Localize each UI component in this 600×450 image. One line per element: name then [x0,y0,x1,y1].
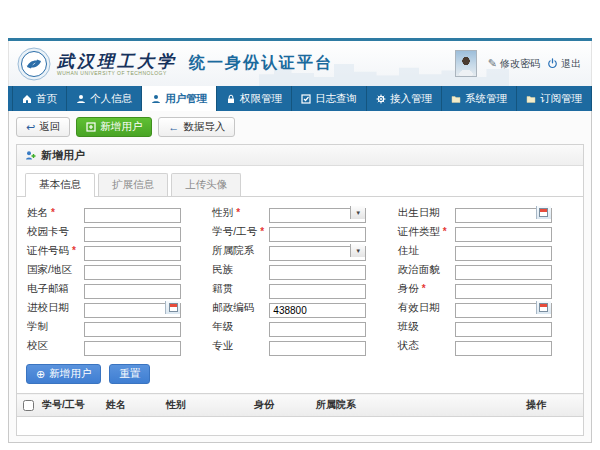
field-label: 校园卡号 [27,225,84,239]
user-avatar[interactable] [455,50,477,77]
form-field-id-type: 证件类型* [398,224,577,239]
nav-tab-label: 权限管理 [240,92,282,106]
form-field-email: 电子邮箱 [27,281,206,296]
postal-code-input[interactable] [269,303,366,318]
main-nav: 首页 个人信息 用户管理 权限管理 日志查询 接入管理 系统管理 订阅管理 [8,86,592,111]
folder-icon [526,94,536,104]
university-name-block: 武汉理工大学 WUHAN UNIVERSITY OF TECHNOLOGY [57,52,177,76]
field-label: 有效日期 [398,301,455,315]
field-label: 出生日期 [398,206,455,220]
nav-tab-access-management[interactable]: 接入管理 [367,86,442,111]
basic-info-form: 姓名* 性别* ▼ 出生日期 校园卡号 学号/工号* [17,197,583,357]
gear-icon [376,94,386,104]
panel-header: 新增用户 [17,145,583,166]
duration-input[interactable] [84,322,181,337]
dropdown-arrow-icon[interactable]: ▼ [350,206,365,219]
form-field-gender: 性别* ▼ [212,205,391,220]
nav-tab-label: 用户管理 [165,92,207,106]
platform-title: 统一身份认证平台 [189,53,333,74]
student-id-input[interactable] [269,227,366,242]
nav-tab-system-management[interactable]: 系统管理 [442,86,517,111]
country-region-input[interactable] [84,265,181,280]
field-label: 专业 [212,339,269,353]
form-field-political-status: 政治面貌 [398,262,577,277]
form-field-enroll-date: 进校日期 [27,300,206,315]
form-field-student-id: 学号/工号* [212,224,391,239]
nav-tab-label: 系统管理 [465,92,507,106]
form-field-name: 姓名* [27,205,206,220]
logout-label: 退出 [561,57,581,71]
university-logo-icon [17,47,51,81]
dropdown-arrow-icon[interactable]: ▼ [350,244,365,257]
field-label: 校区 [27,339,84,353]
form-field-class: 班级 [398,319,577,334]
import-arrow-icon: ← [168,122,179,133]
new-page-icon [86,122,96,132]
data-import-label: 数据导入 [183,120,225,134]
checklist-icon [301,94,311,104]
add-user-toolbar-label: 新增用户 [100,120,142,134]
name-input[interactable] [84,208,181,223]
nav-tab-permission-management[interactable]: 权限管理 [217,86,292,111]
nav-tab-label: 首页 [36,92,57,106]
political-status-input[interactable] [455,265,552,280]
reset-button[interactable]: 重置 [109,364,150,384]
calendar-icon[interactable] [165,301,180,314]
plus-circle-icon: ⊕ [36,369,45,380]
nav-tab-subscription-management[interactable]: 订阅管理 [517,86,592,111]
form-field-native-place: 籍贯 [212,281,391,296]
field-label: 状态 [398,339,455,353]
form-field-grade: 年级 [212,319,391,334]
nav-tab-home[interactable]: 首页 [12,86,67,111]
form-field-valid-date: 有效日期 [398,300,577,315]
identity-input[interactable] [455,284,552,299]
data-import-button[interactable]: ← 数据导入 [158,117,235,137]
email-input[interactable] [84,284,181,299]
calendar-icon[interactable] [536,206,551,219]
id-number-input[interactable] [84,246,181,261]
change-password-link[interactable]: ✎ 修改密码 [488,57,540,71]
reset-label: 重置 [119,367,140,381]
field-label: 班级 [398,320,455,334]
nav-tab-user-management[interactable]: 用户管理 [142,86,217,111]
nav-tab-log-query[interactable]: 日志查询 [292,86,367,111]
add-user-toolbar-button[interactable]: 新增用户 [76,117,152,137]
major-input[interactable] [269,341,366,356]
field-label: 学号/工号* [212,225,269,239]
add-user-panel: 新增用户 基本信息 扩展信息 上传头像 姓名* 性别* ▼ 出生日期 [16,144,584,436]
nav-tab-label: 日志查询 [315,92,357,106]
field-label: 国家/地区 [27,263,84,277]
app-header: 武汉理工大学 WUHAN UNIVERSITY OF TECHNOLOGY 统一… [8,41,592,86]
id-type-input[interactable] [455,227,552,242]
campus-input[interactable] [84,341,181,356]
form-field-duration: 学制 [27,319,206,334]
logout-link[interactable]: 退出 [547,57,581,71]
add-person-icon [25,150,36,161]
back-button[interactable]: ↩ 返回 [16,117,70,137]
ethnicity-input[interactable] [269,265,366,280]
campus-card-input[interactable] [84,227,181,242]
address-input[interactable] [455,246,552,261]
table-row [17,417,583,436]
toolbar: ↩ 返回 新增用户 ← 数据导入 [9,111,591,143]
field-label: 姓名* [27,206,84,220]
app-window: 武汉理工大学 WUHAN UNIVERSITY OF TECHNOLOGY 统一… [8,38,592,443]
university-name-cn: 武汉理工大学 [57,52,177,70]
status-input[interactable] [455,341,552,356]
select-all-checkbox[interactable] [23,400,34,411]
col-header-name: 姓名 [103,394,163,417]
submit-add-user-button[interactable]: ⊕ 新增用户 [26,364,101,384]
class-input[interactable] [455,322,552,337]
person-icon [76,94,86,104]
content-area: ↩ 返回 新增用户 ← 数据导入 新增用户 基本信息 扩展信息 上传头像 [8,111,592,443]
nav-tab-personal-info[interactable]: 个人信息 [67,86,142,111]
tab-extended-info[interactable]: 扩展信息 [98,173,168,196]
form-field-department: 所属院系 ▼ [212,243,391,258]
grade-input[interactable] [269,322,366,337]
col-header-student-id: 学号/工号 [39,394,103,417]
tab-basic-info[interactable]: 基本信息 [25,173,95,197]
form-field-postal-code: 邮政编码 [212,300,391,315]
tab-upload-avatar[interactable]: 上传头像 [171,173,241,196]
native-place-input[interactable] [269,284,366,299]
calendar-icon[interactable] [536,301,551,314]
